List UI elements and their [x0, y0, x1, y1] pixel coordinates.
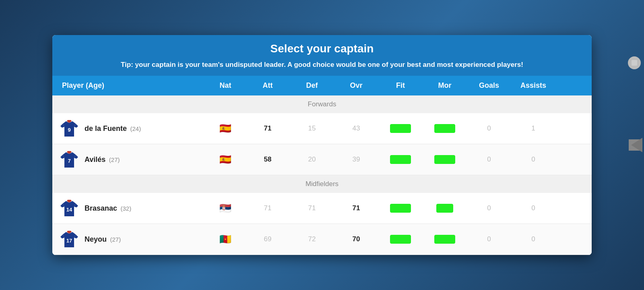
player-jersey: 17: [59, 229, 80, 250]
section-label-midfielders: Midfielders: [52, 175, 592, 193]
player-def: 20: [290, 154, 334, 165]
modal-header: Select your captain Tip: your captain is…: [52, 35, 592, 76]
player-att: 71: [246, 203, 290, 214]
player-mor: [423, 153, 467, 166]
mor-bar: [434, 235, 455, 244]
player-flag: 🇪🇸: [205, 152, 246, 167]
table-row[interactable]: 14 Brasanac (32) 🇷🇸 71 71 71 0 0: [52, 193, 592, 224]
player-flag: 🇪🇸: [205, 121, 246, 136]
col-assists: Assists: [511, 76, 555, 95]
player-name: Brasanac: [85, 204, 117, 212]
player-ovr: 71: [334, 203, 378, 214]
player-jersey: 7: [59, 149, 80, 170]
player-name: Avilés: [85, 155, 105, 164]
player-cell: 14 Brasanac (32): [52, 193, 205, 224]
col-mor: Mor: [423, 76, 467, 95]
svg-text:9: 9: [68, 127, 70, 133]
player-mor: [423, 122, 467, 135]
scroll-left-arrow[interactable]: [631, 138, 642, 152]
player-goals: 0: [467, 234, 511, 245]
player-def: 71: [290, 203, 334, 214]
player-assists: 0: [511, 154, 555, 165]
svg-text:14: 14: [66, 207, 72, 213]
col-def: Def: [290, 76, 334, 95]
player-att: 71: [246, 123, 290, 134]
fit-bar: [390, 204, 411, 213]
mor-bar: [436, 204, 453, 213]
player-ovr: 43: [334, 123, 378, 134]
fit-bar: [390, 124, 411, 133]
player-ovr: 39: [334, 154, 378, 165]
player-cell: 7 Avilés (27): [52, 144, 205, 175]
mor-bar: [434, 124, 455, 133]
svg-text:7: 7: [68, 158, 70, 164]
svg-rect-20: [632, 60, 637, 66]
player-fit: [378, 153, 423, 166]
table-row[interactable]: 17 Neyou (27) 🇨🇲 69 72 70 0 0: [52, 224, 592, 255]
player-name: de la Fuente: [85, 124, 127, 133]
svg-text:17: 17: [66, 238, 72, 244]
col-goals: Goals: [467, 76, 511, 95]
col-att: Att: [246, 76, 290, 95]
player-ovr: 70: [334, 234, 378, 245]
player-assists: 0: [511, 203, 555, 214]
modal-title: Select your captain: [62, 42, 582, 60]
player-age: (32): [121, 205, 132, 212]
player-flag: 🇨🇲: [205, 232, 246, 246]
player-assists: 1: [511, 123, 555, 134]
player-fit: [378, 233, 423, 245]
player-cell: 9 de la Fuente (24): [52, 113, 205, 144]
player-jersey: 14: [59, 198, 80, 219]
player-age: (24): [130, 125, 141, 132]
player-mor: [423, 233, 467, 245]
player-flag: 🇷🇸: [205, 201, 246, 215]
table-row[interactable]: 7 Avilés (27) 🇪🇸 58 20 39 0 0: [52, 144, 592, 175]
player-goals: 0: [467, 123, 511, 134]
player-goals: 0: [467, 203, 511, 214]
player-fit: [378, 122, 423, 135]
col-player: Player (Age): [52, 76, 205, 95]
player-att: 69: [246, 234, 290, 245]
modal-tip: Tip: your captain is your team's undispu…: [62, 60, 582, 76]
player-name: Neyou: [85, 235, 107, 243]
player-assists: 0: [511, 234, 555, 245]
section-label-forwards: Forwards: [52, 95, 592, 113]
table-row[interactable]: 9 de la Fuente (24) 🇪🇸 71 15 43 0 1: [52, 113, 592, 144]
player-def: 72: [290, 234, 334, 245]
player-age: (27): [109, 156, 120, 163]
player-fit: [378, 202, 423, 214]
col-nat: Nat: [205, 76, 246, 95]
table-body: Forwards 9 de la Fuente (24) 🇪🇸 71: [52, 95, 592, 255]
fit-bar: [390, 235, 411, 244]
fit-bar: [390, 155, 411, 164]
table-header: Player (Age) Nat Att Def Ovr Fit Mor Goa…: [52, 76, 592, 95]
player-jersey: 9: [59, 118, 80, 139]
captain-select-modal: Select your captain Tip: your captain is…: [52, 35, 592, 255]
player-age: (27): [110, 236, 121, 243]
col-fit: Fit: [378, 76, 423, 95]
mor-bar: [434, 155, 455, 164]
scroll-up-button[interactable]: [628, 56, 641, 69]
player-goals: 0: [467, 154, 511, 165]
player-mor: [423, 202, 467, 214]
col-ovr: Ovr: [334, 76, 378, 95]
player-cell: 17 Neyou (27): [52, 224, 205, 255]
player-def: 15: [290, 123, 334, 134]
player-att: 58: [246, 154, 290, 165]
